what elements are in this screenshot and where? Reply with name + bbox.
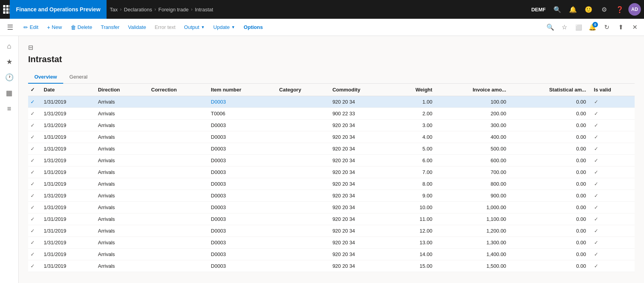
settings-icon[interactable]: ⚙ xyxy=(597,2,611,16)
tab-overview[interactable]: Overview xyxy=(28,71,63,84)
sidebar-star-icon[interactable]: ★ xyxy=(2,55,16,69)
valid-check-icon: ✓ xyxy=(594,122,598,128)
cell-commodity: 920 20 34 xyxy=(329,178,392,190)
breadcrumb-foreign-trade[interactable]: Foreign trade xyxy=(157,7,190,13)
notification-badge[interactable]: 🔔 0 xyxy=(586,21,599,34)
cell-is-valid: ✓ xyxy=(590,178,635,190)
bell-icon[interactable]: 🔔 xyxy=(566,2,580,16)
cell-check: ✓ xyxy=(28,143,40,155)
cell-is-valid: ✓ xyxy=(590,225,635,237)
cell-invoice: 800.00 xyxy=(436,178,510,190)
table-row[interactable]: ✓ 1/31/2019 Arrivals D0003 920 20 34 11.… xyxy=(28,213,635,225)
edit-button[interactable]: ✏ Edit xyxy=(20,22,42,33)
cell-direction: Arrivals xyxy=(94,190,147,202)
cell-item-number: D0003 xyxy=(207,190,275,202)
table-row[interactable]: ✓ 1/31/2019 Arrivals D0003 920 20 34 4.0… xyxy=(28,131,635,143)
valid-check-icon: ✓ xyxy=(594,240,598,245)
personalize-icon[interactable]: ⬜ xyxy=(572,21,585,34)
cell-statistical: 0.00 xyxy=(510,167,590,178)
table-row[interactable]: ✓ 1/31/2019 Arrivals D0003 920 20 34 14.… xyxy=(28,249,635,260)
sidebar-dashboard-icon[interactable]: ▦ xyxy=(2,86,16,100)
cell-direction: Arrivals xyxy=(94,178,147,190)
help-icon[interactable]: ❓ xyxy=(613,2,627,16)
breadcrumb-intrastat[interactable]: Intrastat xyxy=(193,7,215,13)
top-bar: Finance and Operations Preview Tax › Dec… xyxy=(0,0,644,19)
cell-commodity: 920 20 34 xyxy=(329,120,392,131)
cell-commodity: 920 20 34 xyxy=(329,213,392,225)
delete-button[interactable]: 🗑 Delete xyxy=(67,22,96,33)
sidebar-recent-icon[interactable]: 🕐 xyxy=(2,70,16,84)
validate-button[interactable]: Validate xyxy=(124,22,150,32)
table-row[interactable]: ✓ 1/31/2019 Arrivals D0003 920 20 34 9.0… xyxy=(28,190,635,202)
cell-category xyxy=(275,131,328,143)
search-icon[interactable]: 🔍 xyxy=(550,2,564,16)
cell-item-number: D0003 xyxy=(207,237,275,249)
valid-check-icon: ✓ xyxy=(594,158,598,163)
cell-date: 1/31/2019 xyxy=(40,178,94,190)
sidebar-home-icon[interactable]: ⌂ xyxy=(2,39,16,53)
avatar[interactable]: AD xyxy=(628,3,641,16)
valid-check-icon: ✓ xyxy=(594,146,598,152)
table-row[interactable]: ✓ 1/31/2019 Arrivals T0006 900 22 33 2.0… xyxy=(28,108,635,120)
close-icon[interactable]: ✕ xyxy=(628,21,641,34)
cell-category xyxy=(275,108,328,120)
cell-weight: 10.00 xyxy=(392,202,436,213)
sidebar-toggle[interactable]: ☰ xyxy=(3,20,17,34)
update-button[interactable]: Update ▼ xyxy=(210,22,239,32)
refresh-icon[interactable]: ↻ xyxy=(600,21,613,34)
table-row[interactable]: ✓ 1/31/2019 Arrivals D0003 920 20 34 12.… xyxy=(28,225,635,237)
filter-icon[interactable]: ⊟ xyxy=(28,44,33,51)
cell-weight: 2.00 xyxy=(392,108,436,120)
table-row[interactable]: ✓ 1/31/2019 Arrivals D0003 920 20 34 13.… xyxy=(28,237,635,249)
cell-statistical: 0.00 xyxy=(510,131,590,143)
col-is-valid: Is valid xyxy=(590,84,635,96)
cell-correction xyxy=(147,190,207,202)
action-bar-right: 🔍 ☆ ⬜ 🔔 0 ↻ ⬆ ✕ xyxy=(544,21,641,34)
cell-statistical: 0.00 xyxy=(510,260,590,272)
error-text-button[interactable]: Error text xyxy=(151,22,179,32)
cell-commodity: 920 20 34 xyxy=(329,167,392,178)
cell-statistical: 0.00 xyxy=(510,108,590,120)
favorites-icon[interactable]: ☆ xyxy=(558,21,571,34)
search-filter-icon[interactable]: 🔍 xyxy=(544,21,557,34)
cell-correction xyxy=(147,249,207,260)
cell-category xyxy=(275,120,328,131)
cell-check: ✓ xyxy=(28,120,40,131)
breadcrumb-declarations[interactable]: Declarations xyxy=(123,7,154,13)
table-row[interactable]: ✓ 1/31/2019 Arrivals D0003 920 20 34 15.… xyxy=(28,260,635,272)
valid-check-icon: ✓ xyxy=(594,204,598,210)
app-grid-menu[interactable] xyxy=(3,2,7,16)
cell-item-number: D0003 xyxy=(207,178,275,190)
cell-correction xyxy=(147,213,207,225)
cell-direction: Arrivals xyxy=(94,108,147,120)
output-button[interactable]: Output ▼ xyxy=(180,22,209,32)
table-row[interactable]: ✓ 1/31/2019 Arrivals D0003 920 20 34 3.0… xyxy=(28,120,635,131)
open-new-icon[interactable]: ⬆ xyxy=(614,21,627,34)
tab-general[interactable]: General xyxy=(63,71,94,84)
table-row[interactable]: ✓ 1/31/2019 Arrivals D0003 920 20 34 6.0… xyxy=(28,155,635,167)
cell-check: ✓ xyxy=(28,225,40,237)
valid-check-icon: ✓ xyxy=(594,181,598,187)
sidebar-list-icon[interactable]: ≡ xyxy=(2,102,16,116)
cell-commodity: 920 20 34 xyxy=(329,131,392,143)
new-button[interactable]: + New xyxy=(43,22,66,33)
cell-check: ✓ xyxy=(28,237,40,249)
cell-weight: 11.00 xyxy=(392,213,436,225)
transfer-button[interactable]: Transfer xyxy=(97,22,123,32)
valid-check-icon: ✓ xyxy=(594,251,598,257)
table-row[interactable]: ✓ 1/31/2019 Arrivals D0003 920 20 34 8.0… xyxy=(28,178,635,190)
app-title: Finance and Operations Preview xyxy=(10,0,107,19)
table-row[interactable]: ✓ 1/31/2019 Arrivals D0003 920 20 34 1.0… xyxy=(28,96,635,108)
breadcrumb-tax[interactable]: Tax xyxy=(108,7,119,13)
cell-category xyxy=(275,237,328,249)
options-button[interactable]: Options xyxy=(240,22,267,32)
col-correction: Correction xyxy=(147,84,207,96)
table-row[interactable]: ✓ 1/31/2019 Arrivals D0003 920 20 34 5.0… xyxy=(28,143,635,155)
row-check: ✓ xyxy=(30,240,35,245)
smiley-icon[interactable]: 🙂 xyxy=(582,2,596,16)
cell-weight: 3.00 xyxy=(392,120,436,131)
table-row[interactable]: ✓ 1/31/2019 Arrivals D0003 920 20 34 10.… xyxy=(28,202,635,213)
cell-commodity: 920 20 34 xyxy=(329,260,392,272)
cell-weight: 12.00 xyxy=(392,225,436,237)
table-row[interactable]: ✓ 1/31/2019 Arrivals D0003 920 20 34 7.0… xyxy=(28,167,635,178)
